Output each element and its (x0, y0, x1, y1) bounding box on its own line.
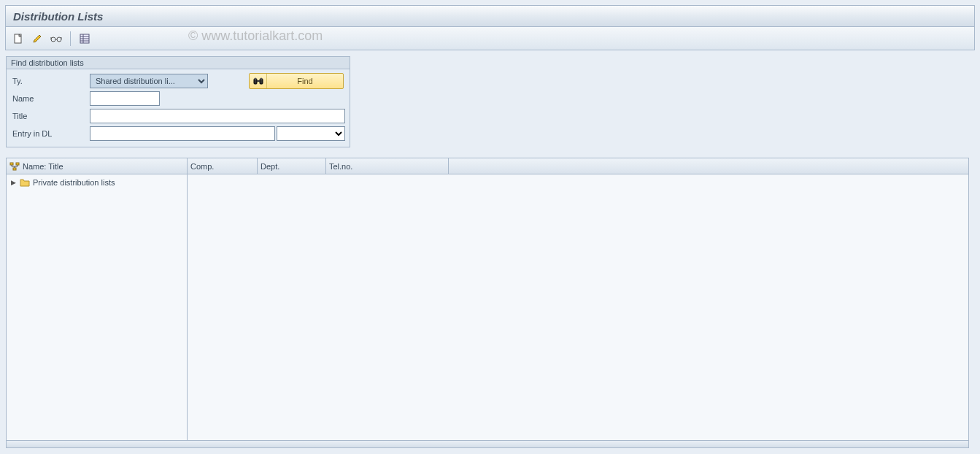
layout-icon (80, 34, 90, 44)
tree-column: ▶ Private distribution lists (7, 174, 188, 440)
edit-button[interactable] (29, 31, 45, 47)
glasses-icon (50, 34, 62, 43)
app-toolbar: © www.tutorialkart.com (5, 27, 975, 50)
svg-rect-14 (16, 163, 19, 165)
find-button[interactable]: Find (249, 73, 344, 89)
ty-select[interactable]: Shared distribution li... (90, 74, 208, 88)
find-panel: Find distribution lists Ty. Shared distr… (6, 56, 350, 147)
display-button[interactable] (48, 31, 64, 47)
hierarchy-icon (9, 162, 20, 171)
svg-point-12 (260, 78, 262, 80)
create-icon (13, 34, 23, 44)
svg-point-11 (254, 78, 256, 80)
title-label: Title (9, 108, 90, 124)
edit-icon (32, 34, 42, 44)
binoculars-icon (253, 76, 263, 86)
entry-label: Entry in DL (9, 126, 90, 142)
svg-point-2 (57, 37, 61, 42)
name-input[interactable] (90, 91, 160, 106)
title-input[interactable] (90, 109, 345, 123)
svg-rect-15 (13, 168, 16, 170)
column-header-tel[interactable]: Tel.no. (326, 158, 449, 174)
grid-footer (7, 440, 968, 447)
column-header-spacer (449, 158, 968, 174)
expand-icon[interactable]: ▶ (11, 179, 17, 186)
layout-button[interactable] (77, 31, 93, 47)
column-header-comp[interactable]: Comp. (188, 158, 258, 174)
results-grid: Name: Title Comp. Dept. Tel.no. ▶ Privat… (6, 158, 969, 448)
grid-header: Name: Title Comp. Dept. Tel.no. (7, 158, 968, 174)
name-label: Name (9, 91, 90, 107)
column-header-dept[interactable]: Dept. (258, 158, 326, 174)
entry-type-select[interactable] (277, 126, 345, 141)
find-panel-title: Find distribution lists (7, 57, 350, 69)
tree-row[interactable]: ▶ Private distribution lists (7, 176, 187, 189)
svg-point-1 (51, 37, 55, 42)
watermark-text: © www.tutorialkart.com (188, 28, 323, 44)
column-header-name[interactable]: Name: Title (7, 158, 188, 174)
grid-body: ▶ Private distribution lists (7, 174, 968, 440)
title-bar: Distribution Lists (5, 5, 975, 27)
tree-row-label: Private distribution lists (33, 178, 115, 187)
content-area: Find distribution lists Ty. Shared distr… (0, 50, 980, 454)
svg-rect-13 (10, 163, 13, 165)
find-button-label: Find (267, 77, 343, 85)
folder-icon (20, 178, 30, 187)
create-button[interactable] (10, 31, 26, 47)
page-title: Distribution Lists (13, 10, 103, 23)
toolbar-separator (70, 31, 71, 46)
svg-rect-10 (257, 80, 260, 82)
ty-label: Ty. (9, 73, 90, 89)
entry-input[interactable] (90, 126, 275, 141)
